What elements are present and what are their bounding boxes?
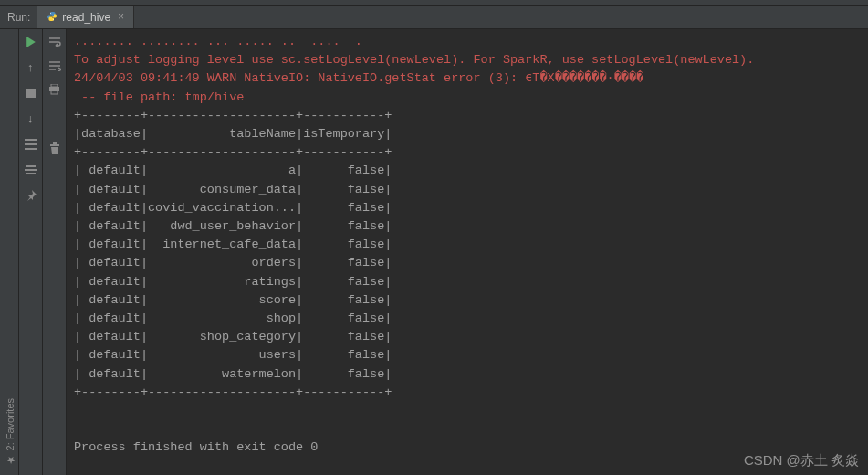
arrow-down-icon[interactable]: ↓ xyxy=(24,111,38,126)
run-action-gutter: ↑ ↓ xyxy=(19,29,43,475)
run-tab[interactable]: read_hive × xyxy=(37,6,134,28)
table-row: | default| shop_category| false| xyxy=(74,328,861,346)
scroll-end-icon[interactable] xyxy=(47,58,62,73)
table-row: | default| consumer_data| false| xyxy=(74,181,861,199)
table-row: | default|covid_vaccination...| false| xyxy=(74,199,861,217)
svg-point-1 xyxy=(53,19,54,20)
blank-line xyxy=(74,402,861,420)
svg-rect-6 xyxy=(26,165,36,167)
run-icon[interactable] xyxy=(24,35,38,49)
stop-icon[interactable] xyxy=(24,86,38,100)
table-border: +--------+--------------------+---------… xyxy=(74,384,861,402)
svg-rect-5 xyxy=(25,148,37,150)
favorites-tool-button[interactable]: ★ 2: Favorites xyxy=(4,398,16,466)
tab-title: read_hive xyxy=(62,11,110,24)
table-row: | default| shop| false| xyxy=(74,310,861,328)
console-output[interactable]: ........ ........ ... ..... .. .... . To… xyxy=(67,29,868,475)
svg-point-0 xyxy=(50,12,51,13)
log-line: To adjust logging level use sc.setLogLev… xyxy=(74,51,861,69)
table-row: | default| a| false| xyxy=(74,162,861,180)
exit-line: Process finished with exit code 0 xyxy=(74,438,861,457)
trash-icon[interactable] xyxy=(47,141,62,155)
table-row: | default| score| false| xyxy=(74,291,861,310)
console-action-gutter xyxy=(43,29,67,475)
run-tool-header: Run: read_hive × xyxy=(0,6,868,29)
table-row: | default| watermelon| false| xyxy=(74,365,861,384)
svg-rect-8 xyxy=(26,173,36,174)
svg-rect-9 xyxy=(51,84,58,87)
log-line: ........ ........ ... ..... .. .... . xyxy=(74,33,861,51)
close-icon[interactable]: × xyxy=(118,11,124,24)
table-row: | default| ratings| false| xyxy=(74,273,861,291)
pin-icon[interactable] xyxy=(24,188,38,203)
svg-rect-13 xyxy=(53,142,57,144)
run-panel-label: Run: xyxy=(0,11,37,24)
step-icon[interactable] xyxy=(24,163,38,177)
svg-rect-12 xyxy=(50,144,59,146)
table-row: | default| users| false| xyxy=(74,346,861,364)
python-file-icon xyxy=(47,11,58,25)
svg-rect-7 xyxy=(25,169,37,171)
left-tool-strip: ★ 2: Favorites xyxy=(0,29,19,475)
table-row: | default| orders| false| xyxy=(74,254,861,272)
table-border: +--------+--------------------+---------… xyxy=(74,143,861,162)
log-line: 24/04/03 09:41:49 WARN NativeIO: NativeI… xyxy=(74,69,861,88)
table-row: | default| dwd_user_behavior| false| xyxy=(74,217,861,236)
soft-wrap-icon[interactable] xyxy=(47,35,62,49)
table-row: | default| internet_cafe_data| false| xyxy=(74,236,861,254)
svg-rect-2 xyxy=(26,89,36,98)
table-border: +--------+--------------------+---------… xyxy=(74,107,861,125)
blank-line xyxy=(74,420,861,438)
table-header: |database| tableName|isTemporary| xyxy=(74,125,861,143)
svg-rect-4 xyxy=(25,143,37,145)
log-line: -- file path: tmp/hive xyxy=(74,89,861,107)
print-icon[interactable] xyxy=(47,82,62,97)
favorites-label: 2: Favorites xyxy=(4,398,15,450)
layout-icon[interactable] xyxy=(24,137,38,152)
arrow-up-icon[interactable]: ↑ xyxy=(24,60,38,75)
star-icon: ★ xyxy=(4,454,16,466)
svg-rect-3 xyxy=(25,139,37,141)
